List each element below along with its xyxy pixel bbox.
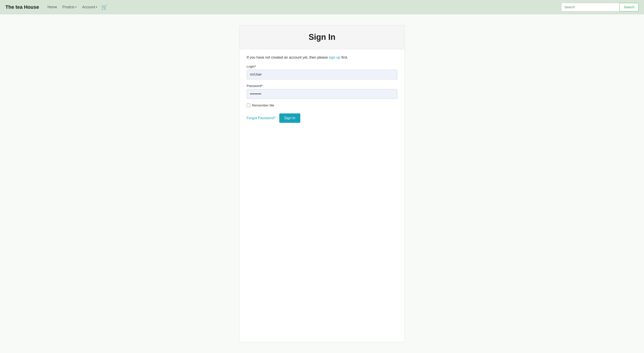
login-label: Login* (247, 65, 397, 68)
signup-text-before: If you have not created an account yet, … (247, 56, 329, 59)
login-input[interactable] (247, 70, 397, 79)
products-dropdown-arrow: ▾ (75, 6, 77, 9)
navbar-left: The tea House Home Prodcts ▾ Account ▾ 🛒 (5, 4, 107, 11)
form-actions: Forgot Password? Sign In (247, 113, 397, 123)
nav-products[interactable]: Prodcts ▾ (60, 4, 79, 11)
main-content: Sign In If you have not created an accou… (0, 14, 644, 353)
search-input[interactable] (561, 3, 620, 12)
password-label: Password* (247, 84, 397, 88)
signup-prompt: If you have not created an account yet, … (247, 56, 397, 60)
search-button[interactable]: Search (620, 3, 639, 12)
password-input[interactable] (247, 89, 397, 99)
signin-card: Sign In If you have not created an accou… (239, 25, 405, 342)
account-dropdown-arrow: ▾ (96, 6, 97, 9)
signin-button[interactable]: Sign In (279, 113, 300, 123)
nav-links: Home Prodcts ▾ Account ▾ 🛒 (45, 4, 107, 11)
remember-me-label: Remember Me (252, 103, 274, 107)
nav-account[interactable]: Account ▾ (80, 4, 100, 11)
nav-home[interactable]: Home (45, 4, 59, 11)
signin-title: Sign In (245, 33, 399, 42)
password-group: Password* (247, 84, 397, 99)
remember-me-group: Remember Me (247, 103, 397, 107)
signin-body: If you have not created an account yet, … (240, 49, 404, 131)
forgot-password-link[interactable]: Forgot Password? (247, 116, 276, 120)
basket-icon[interactable]: 🛒 (101, 4, 107, 10)
signup-text-after: first. (340, 56, 348, 59)
navbar-right: Search (561, 3, 639, 12)
remember-me-checkbox[interactable] (247, 104, 250, 107)
login-group: Login* (247, 65, 397, 79)
navbar: The tea House Home Prodcts ▾ Account ▾ 🛒… (0, 0, 644, 14)
signin-header: Sign In (240, 25, 404, 49)
signup-link[interactable]: sign up (329, 56, 340, 59)
brand-logo[interactable]: The tea House (5, 4, 39, 10)
